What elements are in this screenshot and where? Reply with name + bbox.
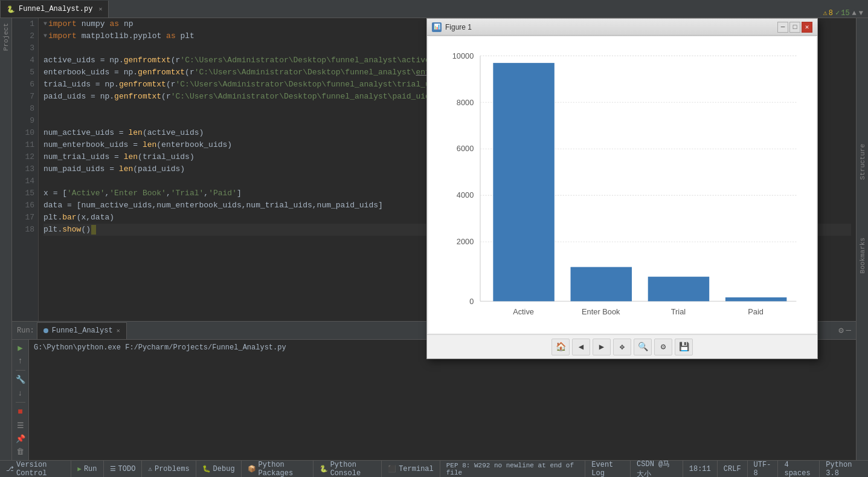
tab-funnel-analyst[interactable]: 🐍 Funnel_Analyst.py ✕ [0, 1, 109, 18]
svg-text:8000: 8000 [457, 98, 474, 107]
restore-btn[interactable]: □ [789, 22, 800, 33]
status-todo[interactable]: ☰ TODO [104, 461, 143, 478]
scroll-icon[interactable]: ↓ [14, 388, 27, 398]
settings-icon[interactable]: ⚙ [838, 325, 843, 336]
tab-bar: 🐍 Funnel_Analyst.py ✕ ⚠ 8 ✓ 15 ▲ ▼ [0, 0, 868, 18]
wrench-icon[interactable]: 🔧 [14, 374, 27, 385]
bar-trial [648, 277, 709, 302]
status-debug[interactable]: 🐛 Debug [196, 461, 242, 478]
status-crlf[interactable]: CRLF [717, 461, 747, 478]
ok-count: 15 [841, 9, 849, 18]
svg-text:Trial: Trial [671, 307, 686, 316]
status-encoding[interactable]: UTF-8 [747, 461, 778, 478]
stop-icon[interactable]: ↑ [14, 355, 27, 366]
line-num: 5 [12, 67, 38, 79]
packages-icon: 📦 [248, 465, 256, 473]
figure-chart-area: 10000 8000 6000 4000 2000 0 [428, 37, 816, 333]
pep8-message: PEP 8: W292 no newline at end of file [440, 462, 585, 476]
status-event-log[interactable]: Event Log [585, 461, 630, 478]
run-icon-status: ▶ [77, 465, 82, 473]
warnings-badge: ⚠ 8 [823, 8, 833, 18]
structure-label[interactable]: Structure [858, 139, 867, 184]
encoding-label: UTF-8 [754, 461, 772, 478]
minimize-btn[interactable]: ─ [777, 22, 788, 33]
status-python-packages[interactable]: 📦 Python Packages [242, 461, 313, 478]
line-num: 10 [12, 127, 38, 139]
fig-zoom-btn[interactable]: 🔍 [634, 339, 652, 355]
right-sidebar: Structure Bookmarks [856, 18, 868, 460]
ok-badge: ✓ 15 [835, 8, 850, 18]
fig-back-btn[interactable]: ◀ [572, 339, 590, 355]
problems-label: Problems [155, 465, 190, 473]
collapse-icon[interactable]: ▼ [859, 9, 863, 18]
status-version-control[interactable]: ⎇ Version Control [0, 461, 71, 478]
crlf-label: CRLF [724, 465, 741, 473]
left-panel-strip: Project [0, 18, 12, 460]
warning-icon: ⚠ [823, 8, 828, 18]
line-num: 6 [12, 79, 38, 91]
close-btn[interactable]: ✕ [802, 22, 812, 33]
run-tab-name: Funnel_Analyst [52, 326, 113, 335]
fig-forward-btn[interactable]: ▶ [593, 339, 611, 355]
packages-label: Python Packages [259, 461, 307, 478]
fig-home-btn[interactable]: 🏠 [551, 339, 570, 355]
status-csdn[interactable]: CSDN @马大小 [630, 461, 683, 478]
line-num: 4 [12, 54, 38, 67]
line-num: 12 [12, 151, 38, 163]
fig-save-btn[interactable]: 💾 [675, 339, 693, 355]
expand-icon[interactable]: ▲ [852, 9, 857, 18]
trash-icon[interactable]: 🗑 [14, 447, 27, 458]
run-tab-funnel[interactable]: Funnel_Analyst ✕ [37, 322, 127, 339]
status-run[interactable]: ▶ Run [71, 461, 103, 478]
stop-red-icon[interactable]: ■ [14, 406, 27, 417]
separator2 [16, 402, 25, 403]
bar-enterbook [571, 267, 632, 302]
run-label: Run: [17, 326, 34, 335]
line-num: 11 [12, 139, 38, 151]
status-terminal[interactable]: ⬛ Terminal [382, 461, 440, 478]
run-left-buttons: ▶ ↑ 🔧 ↓ ■ ☰ 📌 🗑 [12, 340, 29, 460]
line-numbers: 1 2 3 4 5 6 7 8 9 10 11 12 13 14 15 16 1 [12, 18, 39, 321]
project-label[interactable]: Project [1, 18, 11, 56]
line-num: 13 [12, 163, 38, 175]
status-indent[interactable]: 4 spaces [777, 461, 819, 478]
svg-text:Paid: Paid [748, 307, 764, 316]
line-num: 18 [12, 224, 38, 236]
version-control-label: Version Control [16, 461, 65, 478]
console-icon: 🐍 [320, 465, 328, 473]
rerun-icon[interactable]: ▶ [14, 342, 27, 353]
fig-move-btn[interactable]: ✥ [613, 339, 631, 355]
figure-titlebar[interactable]: 📊 Figure 1 ─ □ ✕ [427, 19, 817, 36]
csdn-label: CSDN @马大小 [637, 459, 677, 478]
main-area: Project 1 2 3 4 5 6 7 8 9 10 11 [0, 18, 868, 460]
minimize-icon[interactable]: ─ [846, 326, 851, 336]
bookmarks-label[interactable]: Bookmarks [858, 233, 867, 278]
line-num: 1 [12, 18, 38, 30]
run-tab-close[interactable]: ✕ [117, 327, 120, 334]
svg-text:10000: 10000 [452, 51, 474, 60]
file-icon: 🐍 [7, 5, 15, 13]
line-num: 2 [12, 30, 38, 42]
line-num: 9 [12, 115, 38, 127]
line-num: 16 [12, 200, 38, 212]
debug-icon: 🐛 [202, 465, 211, 473]
line-num: 15 [12, 187, 38, 200]
event-log-label: Event Log [591, 461, 624, 478]
pin-icon[interactable]: 📌 [14, 433, 27, 444]
bar-active [493, 63, 554, 301]
close-icon[interactable]: ☰ [14, 420, 27, 431]
svg-text:Enter Book: Enter Book [582, 307, 620, 316]
status-python-version[interactable]: Python 3.8 [819, 461, 868, 478]
status-python-console[interactable]: 🐍 Python Console [313, 461, 382, 478]
tab-close-icon[interactable]: ✕ [98, 5, 102, 13]
bar-paid [725, 297, 786, 301]
chart-svg: 10000 8000 6000 4000 2000 0 [434, 43, 810, 327]
app-container: 🐍 Funnel_Analyst.py ✕ ⚠ 8 ✓ 15 ▲ ▼ Proje… [0, 0, 868, 477]
fig-config-btn[interactable]: ⚙ [654, 339, 672, 355]
figure-title-text: Figure 1 [445, 23, 774, 31]
status-time: 18:11 [683, 461, 717, 478]
status-problems[interactable]: ⚠ Problems [142, 461, 196, 478]
run-label-status: Run [84, 465, 97, 473]
line-num: 17 [12, 212, 38, 224]
debug-label: Debug [213, 465, 235, 473]
